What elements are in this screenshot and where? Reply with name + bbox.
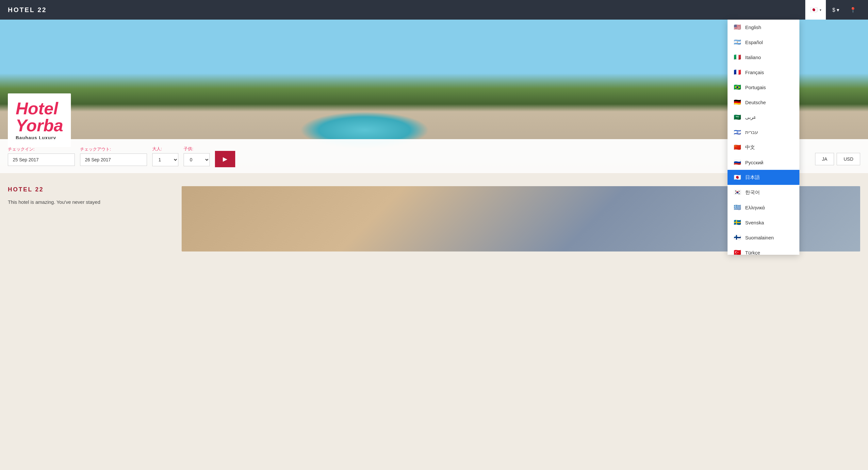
ja-button[interactable]: JA: [815, 153, 834, 165]
children-select[interactable]: 0 1 2 3: [184, 153, 210, 166]
lang-flag-de: 🇩🇪: [734, 99, 741, 106]
lang-item-ko[interactable]: 🇰🇷 한국어: [727, 185, 799, 200]
lang-item-ru[interactable]: 🇷🇺 Русский: [727, 155, 799, 170]
search-button[interactable]: ▶: [215, 151, 235, 167]
lang-label-he: עברית: [745, 129, 758, 135]
lang-label-pt: Portugais: [745, 85, 766, 90]
header: HOTEL 22 🇯🇵 ▾ $ ▾ 📍: [0, 0, 868, 20]
lang-label-tr: Türkçe: [745, 250, 760, 255]
language-selector-button[interactable]: 🇯🇵 ▾: [805, 0, 826, 20]
lang-label-fi: Suomalainen: [745, 235, 774, 240]
lang-item-fr[interactable]: 🇫🇷 Français: [727, 65, 799, 80]
checkin-field: チェックイン:: [8, 146, 75, 166]
lang-flag-el: 🇬🇷: [734, 204, 741, 211]
lang-item-sv[interactable]: 🇸🇪 Svenska: [727, 215, 799, 230]
lang-label-fr: Français: [745, 69, 764, 75]
lang-flag-fi: 🇫🇮: [734, 234, 741, 241]
header-right: 🇯🇵 ▾ $ ▾ 📍: [805, 0, 860, 20]
site-logo: HOTEL 22: [8, 6, 47, 14]
lang-item-en[interactable]: 🇺🇸 English: [727, 20, 799, 35]
lang-flag-tr: 🇹🇷: [734, 249, 741, 255]
lang-item-pt[interactable]: 🇧🇷 Portugais: [727, 80, 799, 95]
lang-label-ar: عربى: [745, 114, 756, 120]
current-lang-flag: 🇯🇵: [810, 6, 818, 13]
lang-item-es[interactable]: 🇦🇷 Español: [727, 35, 799, 50]
hotel-name-line1: Hotel Yorba: [16, 100, 63, 134]
lang-flag-ja: 🇯🇵: [734, 174, 741, 181]
currency-caret: ▾: [837, 7, 839, 13]
checkout-input[interactable]: [80, 154, 147, 166]
location-icon: 📍: [850, 7, 856, 13]
lang-item-de[interactable]: 🇩🇪 Deutsche: [727, 95, 799, 110]
lang-caret: ▾: [820, 8, 821, 12]
lang-label-it: Italiano: [745, 55, 761, 60]
lang-item-ar[interactable]: 🇸🇦 عربى: [727, 110, 799, 125]
location-button[interactable]: 📍: [846, 0, 860, 20]
lang-item-it[interactable]: 🇮🇹 Italiano: [727, 50, 799, 65]
lang-label-es: Español: [745, 39, 763, 45]
lang-label-en: English: [745, 25, 761, 30]
lang-flag-es: 🇦🇷: [734, 38, 741, 46]
lang-label-sv: Svenska: [745, 220, 764, 225]
lang-flag-pt: 🇧🇷: [734, 84, 741, 91]
usd-button[interactable]: USD: [837, 153, 860, 165]
lang-label-el: Ελληνικά: [745, 205, 765, 210]
content-left: HOTEL 22 This hotel is amazing. You've n…: [8, 186, 171, 251]
lang-item-he[interactable]: 🇮🇱 עברית: [727, 125, 799, 140]
lang-item-fi[interactable]: 🇫🇮 Suomalainen: [727, 230, 799, 245]
checkin-label: チェックイン:: [8, 146, 75, 152]
lang-flag-ar: 🇸🇦: [734, 114, 741, 121]
lang-label-ko: 한국어: [745, 189, 760, 196]
children-field: 子供: 0 1 2 3: [184, 146, 210, 166]
booking-right-options: JA USD: [815, 147, 860, 165]
lang-item-zh[interactable]: 🇨🇳 中文: [727, 140, 799, 155]
lang-item-tr[interactable]: 🇹🇷 Türkçe: [727, 245, 799, 255]
lang-flag-sv: 🇸🇪: [734, 219, 741, 226]
lang-item-el[interactable]: 🇬🇷 Ελληνικά: [727, 200, 799, 215]
lang-label-zh: 中文: [745, 144, 755, 151]
lang-flag-ko: 🇰🇷: [734, 189, 741, 196]
lang-flag-it: 🇮🇹: [734, 54, 741, 61]
currency-button[interactable]: $ ▾: [829, 0, 843, 20]
search-icon: ▶: [223, 156, 227, 162]
lang-flag-he: 🇮🇱: [734, 129, 741, 136]
content-description: This hotel is amazing. You've never stay…: [8, 198, 171, 206]
checkin-input[interactable]: [8, 154, 75, 166]
checkout-field: チェックアウト:: [80, 146, 147, 166]
lang-flag-fr: 🇫🇷: [734, 69, 741, 76]
adults-select[interactable]: 1 2 3 4: [152, 153, 178, 166]
lang-label-de: Deutsche: [745, 100, 766, 105]
currency-label: $: [832, 7, 835, 13]
adults-field: 大人: 1 2 3 4: [152, 146, 178, 166]
lang-flag-en: 🇺🇸: [734, 24, 741, 31]
children-label: 子供:: [184, 146, 210, 152]
language-dropdown: 🇺🇸 English 🇦🇷 Español 🇮🇹 Italiano 🇫🇷 Fra…: [727, 20, 799, 255]
lang-item-ja[interactable]: 🇯🇵 日本語: [727, 170, 799, 185]
lang-label-ja: 日本語: [745, 175, 760, 181]
lang-flag-zh: 🇨🇳: [734, 144, 741, 151]
lang-label-ru: Русский: [745, 160, 764, 165]
checkout-label: チェックアウト:: [80, 146, 147, 152]
lang-flag-ru: 🇷🇺: [734, 159, 741, 166]
adults-label: 大人:: [152, 146, 178, 152]
section-title: HOTEL 22: [8, 186, 171, 193]
